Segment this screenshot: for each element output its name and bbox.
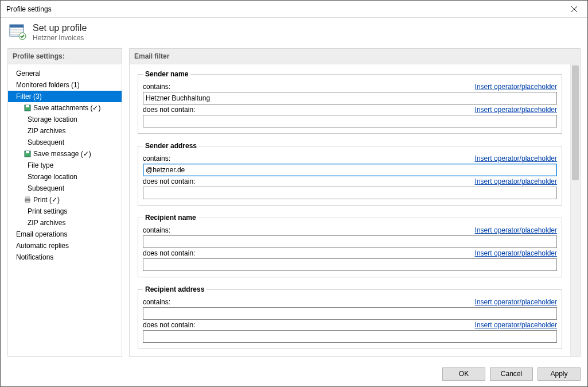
svg-rect-13 [26,197,29,199]
sidebar-item-label: Subsequent [28,138,64,146]
profile-icon [9,22,27,42]
sidebar-item-label: Storage location [28,115,77,123]
sidebar-item-label: ZIP archives [28,127,65,135]
apply-button[interactable]: Apply [538,367,581,381]
sidebar-item-label: Print (✓) [33,196,60,204]
notcontains-label: does not contain: [143,249,195,257]
group-legend: Recipient name [143,214,198,222]
group-sender-name: Sender name contains: Insert operator/pl… [138,70,562,134]
insert-operator-link[interactable]: Insert operator/placeholder [475,321,557,329]
notcontains-label: does not contain: [143,177,195,185]
group-sender-address: Sender address contains: Insert operator… [138,142,562,206]
svg-rect-3 [10,25,24,28]
insert-operator-link[interactable]: Insert operator/placeholder [475,226,557,234]
group-legend: Sender name [143,70,190,78]
sidebar-item-zip-archives-2[interactable]: ZIP archives [8,217,122,229]
window: Profile settings Set up profile Hetzner … [0,0,588,387]
window-title: Profile settings [6,5,561,13]
insert-operator-link[interactable]: Insert operator/placeholder [475,298,557,306]
sidebar-item-label: Automatic replies [16,242,69,250]
sidebar-item-storage-location-1[interactable]: Storage location [8,114,122,125]
group-recipient-name: Recipient name contains: Insert operator… [138,214,562,277]
svg-rect-9 [26,105,29,107]
sidebar-item-label: Storage location [28,173,77,181]
sidebar-item-label: Email operations [16,230,67,238]
main: Email filter Sender name contains: Inser… [129,48,581,357]
sidebar-item-notifications[interactable]: Notifications [8,251,122,263]
sidebar-item-filter[interactable]: Filter (3) [8,91,122,102]
sidebar-item-label: Save attachments (✓) [33,104,100,112]
contains-label: contains: [143,83,170,91]
sidebar-item-label: File type [28,161,53,169]
footer: OK Cancel Apply [1,361,587,386]
sidebar-item-label: Subsequent [28,184,64,192]
sidebar-item-label: Filter (3) [16,92,42,100]
close-icon [571,6,577,12]
sidebar-item-label: Save message (✓) [33,150,91,158]
recipient-address-notcontains-input[interactable] [143,330,557,343]
svg-rect-14 [26,201,29,203]
group-recipient-address: Recipient address contains: Insert opera… [138,285,562,349]
recipient-address-contains-input[interactable] [143,307,557,320]
recipient-name-contains-input[interactable] [143,235,557,248]
insert-operator-link[interactable]: Insert operator/placeholder [475,249,557,257]
notcontains-label: does not contain: [143,106,195,114]
sidebar-item-print-settings[interactable]: Print settings [8,206,122,217]
insert-operator-link[interactable]: Insert operator/placeholder [475,154,557,162]
sidebar-item-label: Print settings [28,207,67,215]
insert-operator-link[interactable]: Insert operator/placeholder [475,177,557,185]
titlebar: Profile settings [1,1,587,18]
save-icon [24,150,31,157]
ok-button[interactable]: OK [442,367,485,381]
sidebar-nav: General Monitored folders (1) Filter (3)… [8,64,122,266]
contains-label: contains: [143,154,170,162]
sender-name-contains-input[interactable] [143,92,557,105]
sidebar-item-label: ZIP archives [28,219,65,227]
contains-label: contains: [143,298,170,306]
sidebar-item-monitored-folders[interactable]: Monitored folders (1) [8,79,122,91]
close-button[interactable] [561,1,587,17]
recipient-name-notcontains-input[interactable] [143,258,557,271]
sidebar-item-save-attachments[interactable]: Save attachments (✓) [8,102,122,114]
sender-address-contains-input[interactable] [143,164,557,176]
sidebar-heading: Profile settings: [8,49,122,64]
sidebar-item-general[interactable]: General [8,68,122,79]
sidebar-item-file-type[interactable]: File type [8,160,122,171]
save-icon [24,105,31,111]
print-icon [24,196,31,203]
sidebar-item-subsequent-2[interactable]: Subsequent [8,183,122,194]
insert-operator-link[interactable]: Insert operator/placeholder [475,106,557,114]
cancel-button[interactable]: Cancel [490,367,533,381]
sidebar-item-email-operations[interactable]: Email operations [8,229,122,240]
sidebar-item-print[interactable]: Print (✓) [8,194,122,206]
sidebar-item-save-message[interactable]: Save message (✓) [8,148,122,160]
sidebar-item-label: Notifications [16,253,53,261]
main-scroll: Sender name contains: Insert operator/pl… [130,64,570,356]
contains-label: contains: [143,226,170,234]
sidebar-item-label: Monitored folders (1) [16,81,80,89]
group-legend: Recipient address [143,285,207,293]
svg-rect-11 [26,151,29,153]
sidebar: Profile settings: General Monitored fold… [7,48,122,357]
header: Set up profile Hetzner Invoices [1,18,587,48]
vertical-scrollbar[interactable] [570,64,580,356]
page-subtitle: Hetzner Invoices [33,34,87,42]
sidebar-item-label: General [16,69,41,78]
scrollbar-thumb[interactable] [572,65,579,180]
sender-name-notcontains-input[interactable] [143,115,557,127]
sidebar-item-zip-archives-1[interactable]: ZIP archives [8,125,122,137]
body: Profile settings: General Monitored fold… [1,48,587,361]
main-heading: Email filter [130,49,580,64]
sidebar-item-automatic-replies[interactable]: Automatic replies [8,240,122,251]
page-title: Set up profile [33,23,87,33]
group-legend: Sender address [143,142,199,150]
notcontains-label: does not contain: [143,321,195,329]
sidebar-item-storage-location-2[interactable]: Storage location [8,171,122,183]
sidebar-item-subsequent-1[interactable]: Subsequent [8,137,122,148]
insert-operator-link[interactable]: Insert operator/placeholder [475,83,557,91]
sender-address-notcontains-input[interactable] [143,187,557,199]
